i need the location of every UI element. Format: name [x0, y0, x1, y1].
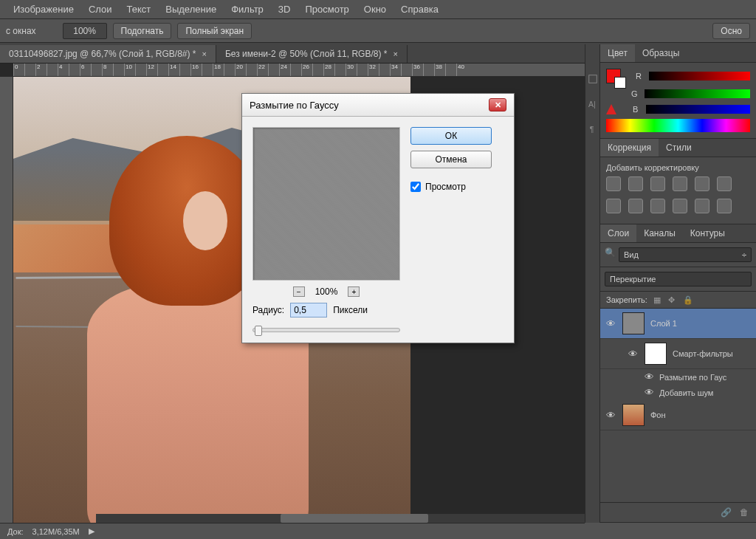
- visibility-icon[interactable]: 👁: [645, 371, 655, 382]
- photo-filter-icon[interactable]: [650, 199, 665, 213]
- brightness-icon[interactable]: [606, 176, 621, 191]
- status-bar: Док: 3,12M/6,35M ▶: [0, 523, 585, 539]
- preview-image[interactable]: [252, 127, 400, 281]
- layer-thumbnail[interactable]: [645, 343, 667, 365]
- zoom-in-button[interactable]: +: [348, 286, 360, 297]
- radius-slider[interactable]: [252, 328, 400, 332]
- menu-bar: Изображение Слои Текст Выделение Фильтр …: [0, 0, 756, 19]
- visibility-icon[interactable]: 👁: [606, 410, 616, 421]
- layer-item[interactable]: 👁 Смарт-фильтры: [600, 339, 756, 369]
- radius-unit: Пиксели: [333, 305, 368, 315]
- levels-icon[interactable]: [628, 176, 643, 191]
- ok-button[interactable]: ОК: [410, 127, 492, 145]
- zoom-percent-field[interactable]: 100%: [63, 23, 107, 39]
- menu-select[interactable]: Выделение: [158, 4, 224, 15]
- trash-icon[interactable]: 🗑: [740, 507, 750, 518]
- b-slider[interactable]: [646, 105, 750, 114]
- preview-checkbox[interactable]: [410, 182, 421, 192]
- docked-panel-strip: A| ¶: [585, 44, 599, 523]
- ruler-vertical[interactable]: [0, 77, 13, 523]
- search-icon[interactable]: 🔍: [605, 247, 616, 262]
- menu-image[interactable]: Изображение: [6, 4, 81, 15]
- fullscreen-button[interactable]: Полный экран: [177, 23, 252, 39]
- smart-filter-item[interactable]: 👁 Добавить шум: [600, 385, 756, 400]
- channel-mixer-icon[interactable]: [673, 199, 687, 213]
- svg-text:A|: A|: [588, 100, 595, 109]
- scrollbar-horizontal[interactable]: [96, 514, 585, 523]
- layer-item[interactable]: 👁 Фон: [600, 400, 756, 430]
- bw-icon[interactable]: [628, 199, 643, 213]
- doc-label: Док:: [7, 527, 24, 536]
- menu-layers[interactable]: Слои: [81, 4, 120, 15]
- layer-item[interactable]: 👁 Слой 1: [600, 309, 756, 339]
- tab-paths[interactable]: Контуры: [683, 224, 732, 242]
- doc-tab-1-label: 03110496827.jpg @ 66,7% (Слой 1, RGB/8#)…: [9, 49, 196, 59]
- lock-position-icon[interactable]: ✥: [668, 295, 677, 304]
- radius-input[interactable]: [290, 303, 327, 317]
- tab-styles[interactable]: Стили: [659, 139, 699, 157]
- menu-help[interactable]: Справка: [394, 4, 446, 15]
- layer-filter-kind[interactable]: Вид÷: [619, 247, 752, 262]
- close-button[interactable]: ✕: [489, 98, 506, 111]
- doc-tab-2[interactable]: Без имени-2 @ 50% (Слой 11, RGB/8) * ×: [216, 45, 408, 63]
- color-spectrum[interactable]: [606, 119, 750, 132]
- character-icon[interactable]: A|: [588, 99, 598, 109]
- tab-channels[interactable]: Каналы: [636, 224, 683, 242]
- right-panel-dock: Цвет Образцы R G B: [599, 44, 756, 523]
- r-slider[interactable]: [649, 72, 750, 80]
- link-icon[interactable]: 🔗: [721, 507, 731, 518]
- doc-size: 3,12M/6,35M: [32, 527, 80, 536]
- lock-pixels-icon[interactable]: ▦: [653, 295, 662, 304]
- tab-swatches[interactable]: Образцы: [635, 44, 687, 62]
- invert-icon[interactable]: [695, 199, 709, 213]
- posterize-icon[interactable]: [717, 199, 732, 213]
- layers-panel: Слои Каналы Контуры 🔍 Вид÷ Перекрытие За…: [600, 224, 756, 523]
- radius-label: Радиус:: [252, 305, 284, 315]
- doc-tab-1[interactable]: 03110496827.jpg @ 66,7% (Слой 1, RGB/8#)…: [0, 45, 216, 63]
- r-label: R: [636, 72, 645, 80]
- menu-view[interactable]: Просмотр: [298, 4, 356, 15]
- hue-icon[interactable]: [717, 176, 732, 191]
- layer-thumbnail[interactable]: [622, 312, 645, 334]
- filter-name: Размытие по Гаус: [659, 373, 726, 382]
- scrollbar-thumb[interactable]: [281, 514, 428, 523]
- fit-button[interactable]: Подогнать: [113, 23, 172, 39]
- menu-filter[interactable]: Фильтр: [224, 4, 271, 15]
- other-button[interactable]: Осно: [712, 23, 750, 39]
- close-icon[interactable]: ×: [202, 49, 207, 58]
- dialog-titlebar[interactable]: Размытие по Гауссу ✕: [242, 94, 514, 117]
- menu-window[interactable]: Окно: [357, 4, 394, 15]
- ruler-horizontal[interactable]: 02 46 810 1214 1618 2022 2426 2830 3234 …: [13, 63, 585, 77]
- smart-filter-item[interactable]: 👁 Размытие по Гаус: [600, 369, 756, 385]
- zoom-out-button[interactable]: −: [293, 286, 305, 297]
- menu-text[interactable]: Текст: [120, 4, 159, 15]
- layers-footer: 🔗 🗑: [600, 502, 756, 522]
- curves-icon[interactable]: [650, 176, 665, 191]
- tab-adjustments[interactable]: Коррекция: [600, 139, 659, 157]
- balance-icon[interactable]: [606, 199, 621, 213]
- lock-all-icon[interactable]: 🔒: [683, 295, 692, 304]
- paragraph-icon[interactable]: ¶: [588, 124, 598, 134]
- doc-tab-2-label: Без имени-2 @ 50% (Слой 11, RGB/8) *: [225, 49, 388, 59]
- close-icon[interactable]: ×: [393, 49, 397, 58]
- visibility-icon[interactable]: 👁: [628, 349, 639, 360]
- g-slider[interactable]: [645, 89, 750, 98]
- history-icon[interactable]: [588, 74, 598, 84]
- chevron-right-icon[interactable]: ▶: [89, 526, 94, 536]
- background-color-swatch[interactable]: [614, 77, 626, 89]
- layer-thumbnail[interactable]: [622, 404, 645, 426]
- foreground-color-swatch[interactable]: [606, 69, 621, 83]
- exposure-icon[interactable]: [673, 176, 687, 191]
- blend-mode-select[interactable]: Перекрытие: [605, 272, 752, 286]
- preview-checkbox-row[interactable]: Просмотр: [410, 182, 492, 192]
- tab-color[interactable]: Цвет: [600, 44, 635, 62]
- tab-layers[interactable]: Слои: [600, 224, 636, 242]
- cancel-button[interactable]: Отмена: [410, 151, 492, 168]
- slider-thumb[interactable]: [255, 326, 262, 336]
- color-panel: Цвет Образцы R G B: [600, 44, 756, 139]
- visibility-icon[interactable]: 👁: [645, 387, 655, 398]
- visibility-icon[interactable]: 👁: [606, 318, 616, 329]
- menu-3d[interactable]: 3D: [271, 4, 298, 15]
- gaussian-blur-dialog: Размытие по Гауссу ✕ − 100% + Радиус: Пи…: [241, 93, 515, 343]
- vibrance-icon[interactable]: [695, 176, 709, 191]
